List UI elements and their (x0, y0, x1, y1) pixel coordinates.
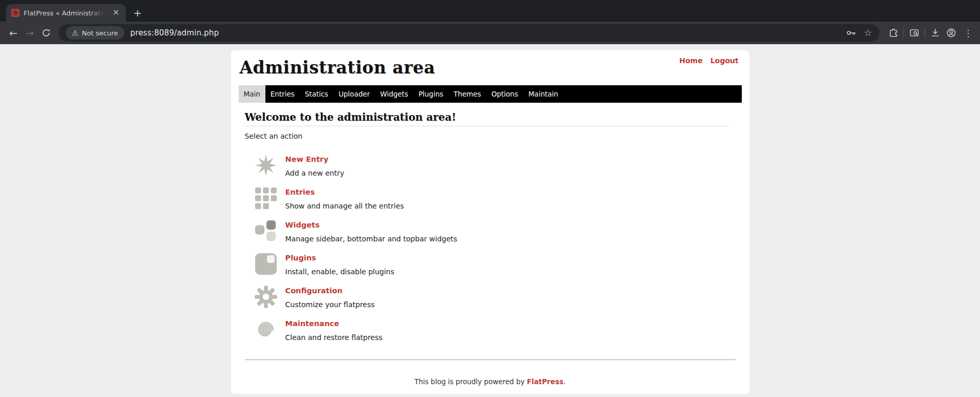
action-row-widgets: Widgets Manage sidebar, bottombar and to… (254, 219, 736, 243)
gear-icon[interactable] (254, 285, 278, 309)
logout-link[interactable]: Logout (710, 56, 739, 65)
action-row-maintenance: Maintenance Clean and restore flatpress (254, 318, 736, 342)
home-link[interactable]: Home (679, 56, 702, 65)
action-description: Manage sidebar, bottombar and topbar wid… (285, 235, 457, 243)
browser-window: FlatPress « Administration a × + ← → ⚠ N… (0, 0, 980, 397)
action-list: New Entry Add a new entry (254, 154, 736, 351)
admin-content: Welcome to the administration area! Sele… (239, 103, 742, 394)
footer-text: This blog is proudly powered by (414, 377, 527, 386)
welcome-heading: Welcome to the administration area! (245, 111, 729, 126)
password-key-icon[interactable] (846, 27, 857, 39)
nav-tab-statics[interactable]: Statics (300, 85, 334, 103)
browser-tab[interactable]: FlatPress « Administration a × (6, 4, 126, 22)
tab-title: FlatPress « Administration a (24, 9, 107, 17)
spiral-icon[interactable] (254, 318, 278, 342)
page-footer: This blog is proudly powered by FlatPres… (245, 360, 736, 394)
action-row-configuration: Configuration Customize your flatpress (254, 285, 736, 309)
url-text[interactable]: press:8089/admin.php (130, 28, 846, 37)
address-bar[interactable]: ⚠ Not secure press:8089/admin.php ☆ (59, 24, 879, 42)
tab-close-icon[interactable]: × (111, 8, 121, 17)
forward-button[interactable]: → (22, 25, 38, 41)
bookmark-star-icon[interactable]: ☆ (864, 28, 872, 37)
admin-panel: Administration area Home Logout Main Ent… (231, 50, 750, 394)
action-description: Install, enable, disable plugins (285, 268, 394, 276)
action-description: Clean and restore flatpress (285, 333, 382, 342)
action-description: Add a new entry (285, 169, 344, 177)
admin-header: Administration area Home Logout (239, 50, 742, 78)
action-description: Customize your flatpress (285, 300, 375, 309)
reload-icon (41, 28, 51, 38)
nav-tab-themes[interactable]: Themes (449, 85, 487, 103)
security-chip[interactable]: ⚠ Not secure (66, 26, 124, 40)
page-background: Administration area Home Logout Main Ent… (0, 44, 980, 397)
new-entry-star-icon[interactable] (254, 154, 278, 177)
extensions-icon[interactable] (888, 27, 899, 39)
action-text: Widgets Manage sidebar, bottombar and to… (285, 219, 457, 243)
maintenance-link[interactable]: Maintenance (285, 319, 339, 328)
flatpress-favicon (11, 9, 20, 17)
action-description: Show and manage all the entries (285, 202, 404, 210)
widgets-icon[interactable] (254, 219, 278, 243)
action-row-plugins: Plugins Install, enable, disable plugins (254, 252, 736, 276)
side-panel-search-icon[interactable] (909, 27, 920, 39)
select-action-label: Select an action (245, 132, 736, 140)
security-label: Not secure (82, 29, 118, 37)
browser-menu-icon[interactable]: ⋮ (962, 28, 975, 39)
entries-grid-icon[interactable] (254, 186, 278, 210)
page-title: Administration area (240, 58, 742, 78)
nav-tab-plugins[interactable]: Plugins (413, 85, 448, 103)
back-button[interactable]: ← (5, 25, 22, 41)
entries-link[interactable]: Entries (285, 188, 315, 196)
plugins-link[interactable]: Plugins (285, 254, 316, 262)
admin-nav-bar: Main Entries Statics Uploader Widgets Pl… (239, 85, 742, 103)
plugins-icon[interactable] (254, 252, 278, 276)
configuration-link[interactable]: Configuration (285, 287, 343, 295)
nav-tab-entries[interactable]: Entries (265, 85, 300, 103)
flatpress-brand-link[interactable]: FlatPress (527, 377, 563, 386)
action-text: Plugins Install, enable, disable plugins (285, 252, 394, 276)
new-tab-button[interactable]: + (130, 5, 145, 21)
nav-tab-main[interactable]: Main (239, 85, 265, 103)
toolbar-separator (904, 28, 904, 37)
warning-icon: ⚠ (72, 29, 79, 36)
action-text: Maintenance Clean and restore flatpress (285, 318, 382, 342)
action-text: Configuration Customize your flatpress (285, 285, 375, 309)
action-text: Entries Show and manage all the entries (285, 186, 404, 210)
nav-tab-options[interactable]: Options (486, 85, 523, 103)
profile-avatar-icon[interactable] (946, 27, 957, 39)
browser-toolbar: ← → ⚠ Not secure press:8089/admin.php ☆ (0, 22, 980, 44)
toolbar-right-cluster: ⋮ (888, 27, 975, 39)
nav-tab-uploader[interactable]: Uploader (333, 85, 375, 103)
toolbar-separator (925, 28, 925, 37)
action-row-entries: Entries Show and manage all the entries (254, 186, 736, 210)
download-icon[interactable] (930, 27, 941, 39)
widgets-link[interactable]: Widgets (285, 221, 320, 229)
nav-tab-maintain[interactable]: Maintain (523, 85, 563, 103)
action-row-new-entry: New Entry Add a new entry (254, 154, 736, 177)
footer-period: . (564, 377, 566, 386)
top-links: Home Logout (679, 56, 738, 65)
new-entry-link[interactable]: New Entry (285, 155, 329, 163)
tab-strip: FlatPress « Administration a × + (0, 0, 980, 22)
action-text: New Entry Add a new entry (285, 154, 344, 177)
reload-button[interactable] (38, 25, 54, 41)
nav-tab-widgets[interactable]: Widgets (375, 85, 414, 103)
